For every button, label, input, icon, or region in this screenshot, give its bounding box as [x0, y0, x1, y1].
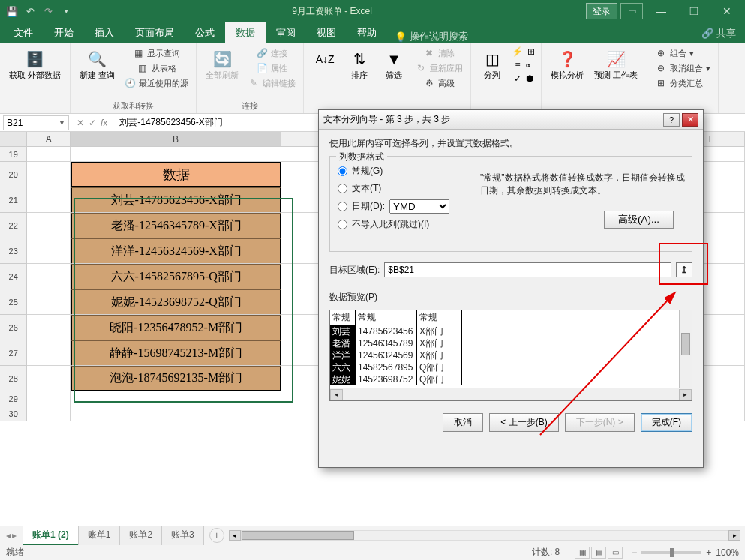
tab-formulas[interactable]: 公式 [185, 22, 225, 43]
text-to-columns-button[interactable]: ◫分列 [477, 46, 507, 82]
row-header[interactable]: 23 [0, 238, 27, 264]
show-queries-button[interactable]: ▦显示查询 [131, 46, 182, 60]
save-icon[interactable]: 💾 [5, 4, 20, 19]
sheet-tab[interactable]: 账单3 [161, 526, 204, 545]
row-header[interactable]: 26 [0, 315, 27, 340]
forecast-sheet-button[interactable]: 📈预测 工作表 [591, 46, 641, 82]
share-button[interactable]: 🔗 共享 [692, 24, 745, 43]
lightbulb-icon: 💡 [395, 31, 407, 43]
page-layout-view-icon[interactable]: ▤ [591, 547, 606, 559]
name-box[interactable]: B21▼ [3, 115, 69, 130]
zoom-in-icon[interactable]: + [706, 547, 711, 558]
row-header[interactable]: 22 [0, 213, 27, 238]
properties-button[interactable]: 📄属性 [254, 61, 289, 75]
row-header[interactable]: 28 [0, 366, 27, 391]
tab-insert[interactable]: 插入 [84, 22, 125, 43]
select-all-cell[interactable] [0, 132, 27, 146]
row-header[interactable]: 21 [0, 187, 27, 213]
cancel-button[interactable]: 取消 [443, 413, 483, 432]
add-sheet-icon[interactable]: + [209, 528, 224, 543]
radio-text[interactable] [338, 184, 347, 193]
tab-file[interactable]: 文件 [3, 22, 44, 43]
horizontal-scrollbar[interactable]: ◂▸ [229, 530, 740, 541]
row-header[interactable]: 19 [0, 147, 27, 162]
customize-qat-icon[interactable]: ▾ [59, 4, 74, 19]
sheet-nav-last-icon[interactable]: ▸ [12, 530, 17, 541]
close-dialog-icon[interactable]: ✕ [682, 113, 698, 127]
ribbon-display-options-icon[interactable]: ▭ [620, 3, 643, 19]
preview-scroll-v[interactable] [679, 310, 692, 388]
tab-layout[interactable]: 页面布局 [125, 22, 185, 43]
help-icon[interactable]: ? [663, 113, 680, 127]
dialog-title-bar[interactable]: 文本分列向导 - 第 3 步，共 3 步 ? ✕ [319, 110, 703, 130]
advanced-filter-button[interactable]: ⚙高级 [422, 76, 456, 90]
what-if-button[interactable]: ❓模拟分析 [548, 46, 587, 82]
remove-dup-icon[interactable]: ≡ [515, 60, 521, 70]
new-query-button[interactable]: 🔍 新建 查询 [77, 46, 118, 82]
fx-icon[interactable]: fx [101, 118, 107, 128]
back-button[interactable]: < 上一步(B) [489, 413, 558, 432]
get-external-data-button[interactable]: 🗄️ 获取 外部数据 [6, 46, 64, 82]
tell-me-search[interactable]: 💡 操作说明搜索 [387, 30, 476, 43]
row-header[interactable]: 25 [0, 289, 27, 315]
tab-home[interactable]: 开始 [44, 22, 84, 43]
relationships-icon[interactable]: ∝ [525, 60, 532, 70]
row-header[interactable]: 29 [0, 391, 27, 406]
clear-filter-button[interactable]: ✖清除 [422, 46, 456, 60]
row-header[interactable]: 27 [0, 340, 27, 366]
restore-icon[interactable]: ❐ [679, 0, 709, 22]
sheet-tab[interactable]: 账单1 (2) [23, 526, 79, 545]
next-button[interactable]: 下一步(N) > [565, 413, 635, 432]
group-button[interactable]: ⊕组合 ▾ [653, 46, 695, 60]
column-header[interactable]: B [71, 132, 281, 146]
zoom-slider[interactable] [641, 551, 701, 554]
row-header[interactable]: 20 [0, 162, 27, 187]
recent-sources-button[interactable]: 🕘最近使用的源 [122, 76, 190, 90]
tab-review[interactable]: 审阅 [266, 22, 306, 43]
flash-fill-icon[interactable]: ⚡ [512, 46, 523, 57]
enter-formula-icon[interactable]: ✓ [89, 118, 96, 128]
row-header[interactable]: 24 [0, 264, 27, 289]
row-header[interactable]: 30 [0, 406, 27, 421]
sheet-tab[interactable]: 账单1 [78, 526, 121, 545]
reapply-button[interactable]: ↻重新应用 [413, 61, 464, 75]
manage-model-icon[interactable]: ⬢ [526, 73, 533, 84]
sheet-tab[interactable]: 账单2 [119, 526, 162, 545]
finish-button[interactable]: 完成(F) [641, 413, 692, 432]
normal-view-icon[interactable]: ▦ [575, 547, 590, 559]
undo-icon[interactable]: ↶ [23, 4, 38, 19]
tab-data[interactable]: 数据 [225, 22, 266, 43]
consolidate-icon[interactable]: ⊞ [527, 46, 535, 57]
sort-asc-button[interactable]: A↓Z [310, 46, 340, 72]
zoom-value[interactable]: 100% [716, 547, 739, 558]
preview-scroll-h[interactable]: ◂▸ [330, 388, 692, 400]
ungroup-button[interactable]: ⊖取消组合 ▾ [653, 61, 712, 75]
subtotal-button[interactable]: ⊞分类汇总 [653, 76, 704, 90]
redo-icon[interactable]: ↷ [41, 4, 56, 19]
page-break-view-icon[interactable]: ▭ [608, 547, 623, 559]
cancel-formula-icon[interactable]: ✕ [77, 118, 84, 128]
sort-button[interactable]: ⇅排序 [344, 46, 374, 82]
range-picker-icon[interactable]: ↥ [676, 262, 692, 277]
connections-button[interactable]: 🔗连接 [254, 46, 289, 60]
tab-view[interactable]: 视图 [306, 22, 347, 43]
login-button[interactable]: 登录 [586, 3, 617, 19]
validation-icon[interactable]: ✓ [514, 73, 521, 84]
destination-input[interactable] [384, 262, 671, 277]
radio-general[interactable] [338, 166, 347, 176]
tab-help[interactable]: 帮助 [347, 22, 387, 43]
minimize-icon[interactable]: — [646, 0, 676, 22]
radio-skip[interactable] [338, 220, 347, 229]
filter-button[interactable]: ▼筛选 [379, 46, 409, 82]
zoom-out-icon[interactable]: − [632, 547, 637, 558]
radio-date[interactable] [338, 202, 347, 211]
date-format-select[interactable]: YMD [389, 199, 449, 214]
column-header[interactable]: A [27, 132, 71, 146]
from-table-button[interactable]: ▥从表格 [135, 61, 178, 75]
advanced-button[interactable]: 高级(A)... [604, 211, 674, 229]
sheet-nav-first-icon[interactable]: ◂ [6, 530, 11, 541]
refresh-all-button[interactable]: 🔄 全部刷新 [203, 46, 242, 82]
preview-box[interactable]: 常规刘芸老潘洋洋六六妮妮常规14785623456125463457891245… [329, 310, 692, 401]
close-icon[interactable]: ✕ [712, 0, 742, 22]
edit-links-button[interactable]: ✎编辑链接 [246, 76, 297, 90]
